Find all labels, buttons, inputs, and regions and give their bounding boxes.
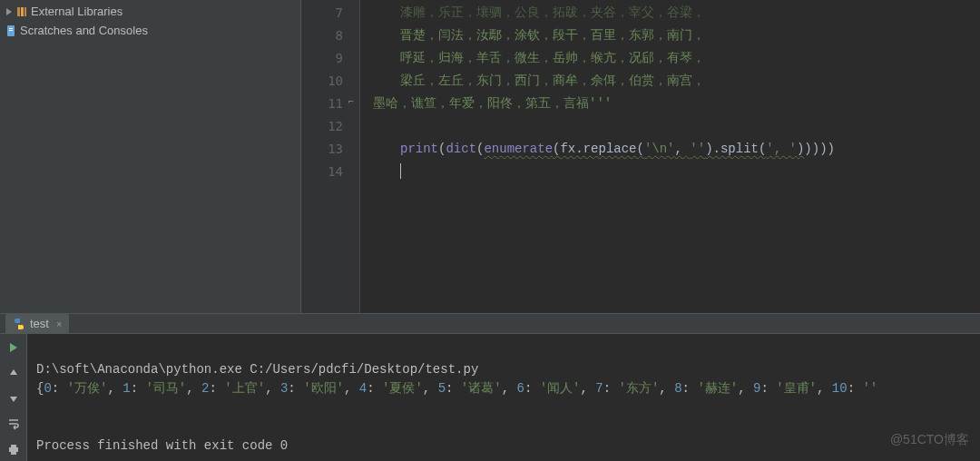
line-number: 12 (301, 114, 359, 137)
code-line: print(dict(enumerate(fx.replace('\n', ''… (373, 137, 980, 160)
run-tab-label: test (30, 317, 49, 330)
text-caret (400, 163, 401, 179)
scroll-down-button[interactable] (4, 388, 24, 408)
sidebar-item-label: External Libraries (31, 5, 122, 18)
svg-rect-2 (24, 7, 26, 16)
run-tab-bar: test × (0, 314, 980, 334)
fold-end-icon[interactable]: ⌐ (348, 97, 358, 106)
line-number: 9 (301, 46, 359, 69)
svg-rect-0 (17, 7, 20, 16)
soft-wrap-button[interactable] (4, 414, 24, 434)
code-line (373, 160, 980, 182)
svg-rect-8 (11, 452, 16, 455)
line-number: 14 (301, 160, 359, 182)
close-icon[interactable]: × (56, 319, 62, 329)
console-exit: Process finished with exit code 0 (36, 436, 971, 456)
code-line: 漆雕，乐正，壤驷，公良，拓跋，夹谷，宰父，谷梁， (373, 1, 980, 24)
watermark: @51CTO博客 (890, 432, 969, 448)
console-cmd: D:\soft\Anaconda\python.exe C:/Users/pdc… (36, 360, 971, 379)
code-line: 墨哈，谯笪，年爱，阳佟，第五，言福''' (373, 92, 980, 114)
scratches-icon (5, 25, 16, 36)
line-number: 10 (301, 69, 359, 92)
chevron-right-icon (5, 8, 13, 15)
svg-rect-5 (9, 30, 13, 31)
library-icon (16, 6, 27, 17)
run-panel: test × D:\soft\Anaconda\python.exe C:/Us… (0, 313, 980, 461)
code-line: 梁丘，左丘，东门，西门，商牟，佘佴，伯赏，南宫， (373, 69, 980, 92)
svg-rect-4 (9, 28, 13, 29)
run-toolbar (0, 334, 27, 461)
editor-gutter: 7 8 9 10 11⌐ 12 13 14 (301, 0, 360, 313)
code-line: 晋楚，闫法，汝鄢，涂钦，段干，百里，东郭，南门， (373, 24, 980, 46)
line-number: 7 (301, 1, 359, 24)
svg-rect-1 (21, 7, 24, 16)
code-editor[interactable]: 7 8 9 10 11⌐ 12 13 14 漆雕，乐正，壤驷，公良，拓跋，夹谷，… (301, 0, 980, 313)
project-tree: External Libraries Scratches and Console… (0, 0, 301, 313)
svg-rect-7 (11, 445, 16, 447)
python-icon (13, 318, 25, 330)
code-line (373, 114, 980, 137)
run-tab-test[interactable]: test × (5, 314, 69, 333)
line-number: 11⌐ (301, 92, 359, 114)
console-line: {0: '万俟', 1: '司马', 2: '上官', 3: '欧阳', 4: … (36, 379, 971, 398)
line-number: 8 (301, 24, 359, 46)
console-output[interactable]: D:\soft\Anaconda\python.exe C:/Users/pdc… (27, 334, 980, 461)
sidebar-item-scratches[interactable]: Scratches and Consoles (0, 21, 300, 40)
sidebar-item-external-libraries[interactable]: External Libraries (0, 2, 300, 21)
sidebar-item-label: Scratches and Consoles (20, 24, 148, 37)
svg-rect-6 (9, 447, 18, 452)
code-area[interactable]: 漆雕，乐正，壤驷，公良，拓跋，夹谷，宰父，谷梁， 晋楚，闫法，汝鄢，涂钦，段干，… (360, 0, 980, 313)
line-number: 13 (301, 137, 359, 160)
print-button[interactable] (4, 439, 24, 459)
rerun-button[interactable] (4, 338, 24, 358)
code-line: 呼延，归海，羊舌，微生，岳帅，缑亢，况郈，有琴， (373, 46, 980, 69)
scroll-up-button[interactable] (4, 363, 24, 383)
